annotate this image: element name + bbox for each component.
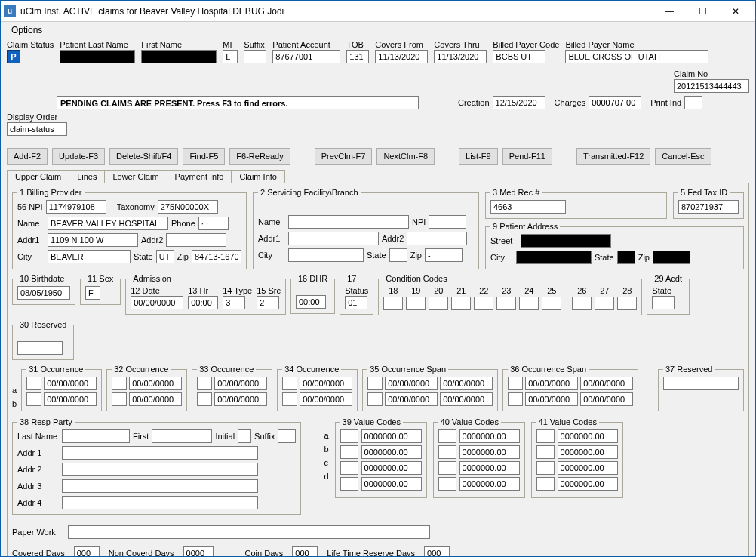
fedtax-input[interactable]: [678, 200, 739, 214]
vc41-amount-2[interactable]: [558, 461, 618, 475]
billing-addr2-input[interactable]: [166, 233, 226, 247]
cond-input-26[interactable]: [572, 297, 592, 310]
adm-hr-input[interactable]: [188, 296, 218, 309]
vc41-amount-3[interactable]: [558, 477, 618, 491]
patient-last-input[interactable]: [60, 50, 135, 63]
pataddr-city-input[interactable]: [516, 251, 592, 264]
billing-state-input[interactable]: [156, 250, 174, 263]
acdt-state-input[interactable]: [652, 296, 675, 309]
occ36-a-from[interactable]: [525, 377, 578, 390]
vc40-amount-3[interactable]: [459, 477, 520, 491]
adm-date-input[interactable]: [131, 296, 183, 309]
resp-suffix-input[interactable]: [278, 429, 296, 443]
noncovered-days-input[interactable]: [183, 546, 214, 556]
vc41-amount-0[interactable]: [558, 429, 618, 443]
tab-payment-info[interactable]: Payment Info: [167, 170, 232, 183]
occ35-b-to[interactable]: [440, 392, 493, 406]
maximize-button[interactable]: ☐: [686, 2, 719, 21]
resp-last-input[interactable]: [62, 429, 130, 443]
cancel-button[interactable]: Cancel-Esc: [655, 148, 711, 165]
vc39-amount-0[interactable]: [361, 429, 422, 443]
resp-initial-input[interactable]: [238, 429, 251, 443]
covers-from-input[interactable]: [375, 50, 428, 63]
occ31-b-date[interactable]: [44, 392, 97, 406]
occ35-a-from[interactable]: [385, 377, 438, 390]
vc40-amount-0[interactable]: [459, 429, 520, 443]
nextclm-button[interactable]: NextClm-F8: [376, 148, 435, 165]
npi-input[interactable]: [46, 200, 106, 214]
vc39-amount-1[interactable]: [361, 445, 422, 459]
vc39-code-2[interactable]: [340, 461, 358, 475]
vc41-code-2[interactable]: [536, 461, 555, 475]
vc39-code-1[interactable]: [340, 445, 358, 459]
occ36-a-code[interactable]: [508, 377, 523, 390]
occ34-b-code[interactable]: [282, 392, 297, 406]
vc41-amount-1[interactable]: [558, 445, 618, 459]
resp-first-input[interactable]: [152, 429, 212, 443]
occ32-a-date[interactable]: [129, 377, 182, 390]
add-button[interactable]: Add-F2: [7, 148, 48, 165]
occ34-a-date[interactable]: [300, 377, 352, 390]
reserved37-input[interactable]: [663, 377, 739, 390]
vc41-code-1[interactable]: [536, 445, 555, 459]
print-ind-input[interactable]: [684, 96, 702, 109]
close-button[interactable]: ✕: [719, 2, 752, 21]
cond-input-21[interactable]: [451, 297, 471, 310]
billing-addr1-input[interactable]: [48, 233, 138, 247]
prevclm-button[interactable]: PrevClm-F7: [315, 148, 373, 165]
pataddr-street-input[interactable]: [521, 234, 611, 248]
servicing-city-input[interactable]: [288, 248, 364, 262]
servicing-addr1-input[interactable]: [288, 232, 379, 245]
minimize-button[interactable]: —: [653, 2, 686, 21]
occ34-a-code[interactable]: [282, 377, 297, 390]
occ35-a-to[interactable]: [440, 377, 493, 390]
servicing-npi-input[interactable]: [429, 215, 466, 229]
occ32-a-code[interactable]: [112, 377, 127, 390]
vc39-amount-3[interactable]: [361, 477, 422, 491]
sex-input[interactable]: [85, 286, 100, 300]
list-button[interactable]: List-F9: [459, 148, 498, 165]
ltr-days-input[interactable]: [424, 546, 450, 556]
reserved30-input[interactable]: [17, 341, 63, 355]
paperwork-input[interactable]: [68, 525, 430, 539]
birth-input[interactable]: [17, 286, 70, 300]
claim-no-input[interactable]: [674, 79, 749, 93]
occ31-b-code[interactable]: [26, 392, 41, 406]
servicing-zip-input[interactable]: [425, 248, 463, 262]
billing-city-input[interactable]: [48, 250, 131, 263]
coin-days-input[interactable]: [292, 546, 318, 556]
creation-input[interactable]: [493, 96, 545, 109]
dhr-input[interactable]: [296, 295, 326, 309]
resp-addr4-input[interactable]: [62, 496, 258, 509]
billed-payer-code-input[interactable]: [493, 50, 545, 63]
resp-addr3-input[interactable]: [62, 479, 258, 493]
tab-lower-claim[interactable]: Lower Claim: [104, 170, 167, 183]
billing-zip-input[interactable]: [192, 250, 241, 263]
display-order-input[interactable]: [7, 122, 67, 136]
billing-name-input[interactable]: [48, 217, 168, 230]
pataddr-state-input[interactable]: [617, 251, 635, 264]
vc40-amount-1[interactable]: [459, 445, 520, 459]
tab-lines[interactable]: Lines: [69, 170, 105, 183]
cond-input-18[interactable]: [383, 297, 403, 310]
pataddr-zip-input[interactable]: [653, 251, 690, 264]
occ32-b-date[interactable]: [129, 392, 182, 406]
menu-options[interactable]: Options: [7, 23, 47, 37]
vc39-code-0[interactable]: [340, 429, 358, 443]
vc39-amount-2[interactable]: [361, 461, 422, 475]
vc40-code-3[interactable]: [438, 477, 456, 491]
update-button[interactable]: Update-F3: [52, 148, 105, 165]
mi-input[interactable]: [223, 50, 238, 63]
reready-button[interactable]: F6-ReReady: [229, 148, 290, 165]
cond-input-24[interactable]: [519, 297, 539, 310]
cond-input-25[interactable]: [542, 297, 561, 310]
occ34-b-date[interactable]: [300, 392, 352, 406]
account-input[interactable]: [272, 50, 340, 63]
covers-thru-input[interactable]: [434, 50, 487, 63]
occ33-b-date[interactable]: [214, 392, 267, 406]
occ35-b-code[interactable]: [367, 392, 383, 406]
occ36-b-to[interactable]: [580, 392, 633, 406]
vc40-code-0[interactable]: [438, 429, 456, 443]
vc41-code-3[interactable]: [536, 477, 555, 491]
billed-payer-name-input[interactable]: [565, 50, 708, 63]
